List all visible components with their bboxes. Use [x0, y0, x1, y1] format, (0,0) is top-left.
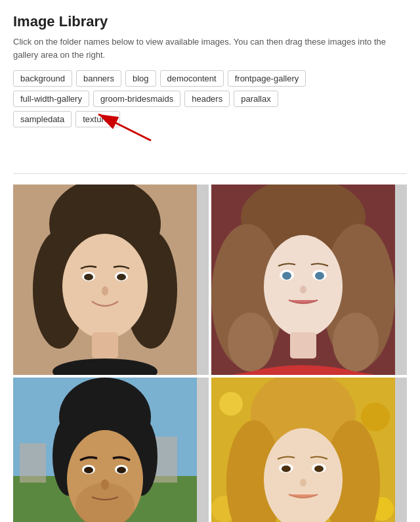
svg-point-25 — [282, 272, 291, 280]
svg-rect-28 — [290, 332, 316, 359]
svg-point-40 — [84, 467, 93, 473]
portrait-svg-3 — [13, 378, 197, 522]
folder-tag-parallax[interactable]: parallax — [234, 91, 278, 107]
svg-point-46 — [219, 392, 243, 416]
image-cell-1[interactable] — [13, 185, 209, 375]
svg-point-27 — [300, 286, 306, 294]
folder-tags-row2: full-width-gallery groom-bridesmaids hea… — [13, 91, 407, 107]
svg-point-21 — [333, 313, 379, 372]
svg-point-10 — [84, 274, 93, 280]
svg-rect-13 — [92, 332, 118, 359]
arrow-annotation — [13, 134, 407, 167]
svg-point-59 — [300, 479, 306, 487]
svg-point-58 — [314, 466, 324, 472]
svg-point-42 — [101, 479, 109, 490]
svg-line-1 — [98, 114, 151, 141]
red-arrow-icon — [85, 109, 164, 142]
folder-tags-row1: background banners blog democontent fron… — [13, 70, 407, 87]
svg-rect-31 — [20, 443, 46, 483]
folder-tag-groom-bridesmaids[interactable]: groom-bridesmaids — [93, 91, 180, 107]
portrait-svg-1 — [13, 185, 197, 375]
svg-point-41 — [117, 467, 126, 473]
folder-tags-row3: sampledata textures — [13, 111, 407, 127]
folder-tag-democontent[interactable]: democontent — [160, 70, 224, 87]
folder-tag-blog[interactable]: blog — [125, 70, 156, 87]
image-cell-3[interactable] — [13, 378, 209, 522]
portrait-svg-2 — [211, 185, 395, 375]
image-cell-4[interactable] — [211, 378, 407, 522]
portrait-svg-4 — [211, 378, 395, 522]
image-cell-2[interactable] — [211, 185, 407, 375]
svg-point-26 — [315, 272, 324, 280]
svg-point-11 — [117, 274, 126, 280]
svg-point-20 — [228, 313, 274, 372]
folder-tag-full-width-gallery[interactable]: full-width-gallery — [13, 91, 89, 107]
page-title: Image Library — [13, 13, 407, 30]
folder-tag-headers[interactable]: headers — [184, 91, 230, 107]
svg-point-12 — [102, 286, 108, 295]
section-divider — [13, 173, 407, 174]
svg-point-57 — [282, 466, 291, 472]
svg-point-47 — [361, 402, 390, 431]
folder-tag-frontpage-gallery[interactable]: frontpage-gallery — [228, 70, 306, 87]
image-grid — [13, 185, 407, 522]
page-description: Click on the folder names below to view … — [13, 35, 407, 61]
folder-tag-banners[interactable]: banners — [76, 70, 121, 87]
folders-area: background banners blog democontent fron… — [13, 70, 407, 127]
folder-tag-sampledata[interactable]: sampledata — [13, 111, 72, 127]
folder-tag-background[interactable]: background — [13, 70, 72, 87]
